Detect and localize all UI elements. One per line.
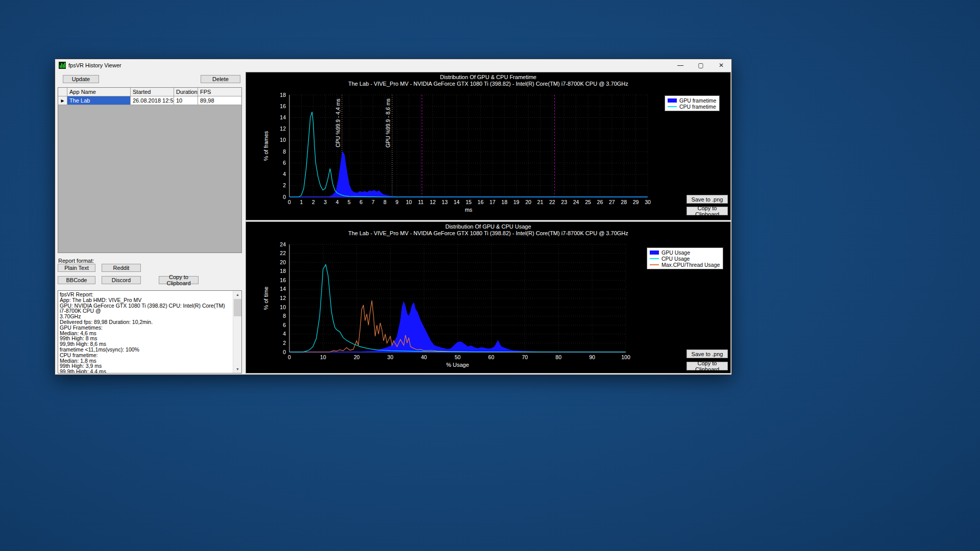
svg-text:24: 24	[573, 199, 579, 205]
usage-chart-panel: Distribution Of GPU & CPU Usage The Lab …	[246, 221, 731, 373]
svg-text:14: 14	[454, 199, 460, 205]
frametime-chart-panel: Distribution Of GPU & CPU Frametime The …	[246, 72, 731, 220]
scroll-down-icon[interactable]: ▼	[233, 365, 242, 373]
svg-text:40: 40	[421, 354, 427, 360]
reddit-button[interactable]: Reddit	[102, 264, 141, 272]
bbcode-button[interactable]: BBCode	[58, 276, 95, 284]
svg-text:18: 18	[280, 92, 286, 98]
gpu-usage-swatch	[650, 251, 659, 255]
svg-text:8: 8	[283, 313, 286, 319]
svg-text:20: 20	[280, 259, 286, 265]
svg-text:0: 0	[288, 199, 291, 205]
svg-text:2: 2	[283, 340, 286, 346]
svg-text:25: 25	[585, 199, 591, 205]
svg-text:30: 30	[645, 199, 651, 205]
svg-text:9: 9	[396, 199, 399, 205]
svg-text:8: 8	[383, 199, 386, 205]
svg-text:17: 17	[489, 199, 496, 205]
row-selector-icon: ▶	[58, 96, 67, 105]
report-scrollbar[interactable]: ▲ ▼	[233, 291, 241, 373]
scroll-up-icon[interactable]: ▲	[233, 291, 242, 298]
report-format-label: Report format:	[58, 258, 94, 264]
svg-text:12: 12	[430, 199, 436, 205]
svg-text:6: 6	[283, 160, 286, 166]
column-app-name[interactable]: App Name	[67, 88, 131, 96]
usage-chart: 0102030405060708090100024681012141618202…	[246, 222, 731, 374]
svg-text:0: 0	[288, 354, 291, 360]
save-png-button[interactable]: Save to .png	[687, 195, 728, 204]
svg-text:GPU %99.9 - 8,6 ms: GPU %99.9 - 8,6 ms	[385, 98, 391, 147]
svg-text:2: 2	[312, 199, 315, 205]
frametime-chart: 0123456789101112131415161718192021222324…	[246, 72, 731, 221]
copy-clipboard-button[interactable]: Copy to Clipboard	[687, 362, 728, 370]
svg-text:1: 1	[300, 199, 303, 205]
svg-text:5: 5	[348, 199, 351, 205]
window-title: fpsVR History Viewer	[68, 62, 121, 68]
svg-text:60: 60	[488, 354, 495, 360]
svg-text:% of frames: % of frames	[263, 131, 269, 161]
svg-text:13: 13	[442, 199, 448, 205]
svg-text:12: 12	[280, 126, 286, 132]
svg-text:50: 50	[455, 354, 461, 360]
svg-text:20: 20	[354, 354, 360, 360]
svg-text:10: 10	[406, 199, 412, 205]
update-button[interactable]: Update	[63, 75, 99, 83]
frametime-legend: GPU frametime CPU frametime	[665, 95, 720, 111]
save-png-button[interactable]: Save to .png	[687, 349, 728, 358]
svg-text:30: 30	[387, 354, 394, 360]
column-fps[interactable]: FPS	[198, 88, 241, 96]
svg-text:4: 4	[283, 171, 286, 177]
cell-duration[interactable]: 10	[174, 96, 198, 105]
svg-text:% of time: % of time	[263, 287, 269, 310]
discord-button[interactable]: Discord	[102, 276, 141, 284]
header-selector-cell	[58, 88, 67, 96]
cpu-usage-swatch	[650, 258, 659, 259]
max-thread-usage-swatch	[650, 264, 659, 265]
svg-text:4: 4	[336, 199, 339, 205]
svg-text:18: 18	[280, 268, 286, 274]
column-started[interactable]: Started	[131, 88, 174, 96]
column-duration[interactable]: Duration	[174, 88, 198, 96]
svg-text:26: 26	[597, 199, 603, 205]
svg-text:14: 14	[280, 114, 286, 120]
svg-text:16: 16	[478, 199, 484, 205]
svg-text:19: 19	[513, 199, 520, 205]
svg-text:7: 7	[372, 199, 375, 205]
legend-label: Max.CPU/Thread Usage	[662, 262, 720, 268]
close-icon[interactable]: ✕	[711, 59, 731, 71]
legend-label: CPU Usage	[662, 256, 690, 262]
report-text: fpsVR Report:App: The Lab HMD: VIVE_Pro …	[60, 292, 231, 373]
minimize-icon[interactable]: —	[670, 59, 691, 71]
maximize-icon[interactable]: ▢	[691, 59, 711, 71]
svg-text:29: 29	[633, 199, 639, 205]
legend-label: GPU frametime	[679, 97, 716, 104]
table-row[interactable]: ▶ The Lab 26.08.2018 12:58 10 89,98	[58, 96, 241, 105]
svg-text:12: 12	[280, 295, 286, 301]
svg-text:20: 20	[525, 199, 531, 205]
title-bar: fpsVR History Viewer — ▢ ✕	[55, 59, 731, 71]
svg-text:11: 11	[418, 199, 424, 205]
report-box[interactable]: fpsVR Report:App: The Lab HMD: VIVE_Pro …	[58, 290, 242, 373]
svg-text:15: 15	[465, 199, 472, 205]
svg-text:21: 21	[537, 199, 544, 205]
plain-text-button[interactable]: Plain Text	[58, 264, 95, 272]
svg-text:10: 10	[320, 354, 326, 360]
copy-report-button[interactable]: Copy to Clipboard	[159, 276, 199, 284]
svg-text:10: 10	[280, 137, 286, 143]
scroll-thumb[interactable]	[234, 299, 241, 316]
app-icon	[59, 62, 66, 69]
delete-button[interactable]: Delete	[201, 75, 240, 83]
svg-text:14: 14	[280, 286, 286, 292]
sessions-table: App Name Started Duration FPS ▶ The Lab …	[58, 87, 242, 253]
usage-legend: GPU Usage CPU Usage Max.CPU/Thread Usage	[647, 247, 723, 269]
svg-text:23: 23	[561, 199, 567, 205]
svg-text:100: 100	[621, 354, 630, 360]
cpu-frametime-swatch	[668, 106, 677, 107]
svg-text:6: 6	[283, 322, 286, 328]
cell-app-name[interactable]: The Lab	[67, 96, 131, 105]
cell-fps[interactable]: 89,98	[198, 96, 241, 105]
cell-started[interactable]: 26.08.2018 12:58	[131, 96, 174, 105]
app-window: fpsVR History Viewer — ▢ ✕ Update Delete…	[55, 59, 732, 375]
copy-clipboard-button[interactable]: Copy to Clipboard	[687, 207, 728, 215]
svg-text:16: 16	[280, 103, 286, 109]
